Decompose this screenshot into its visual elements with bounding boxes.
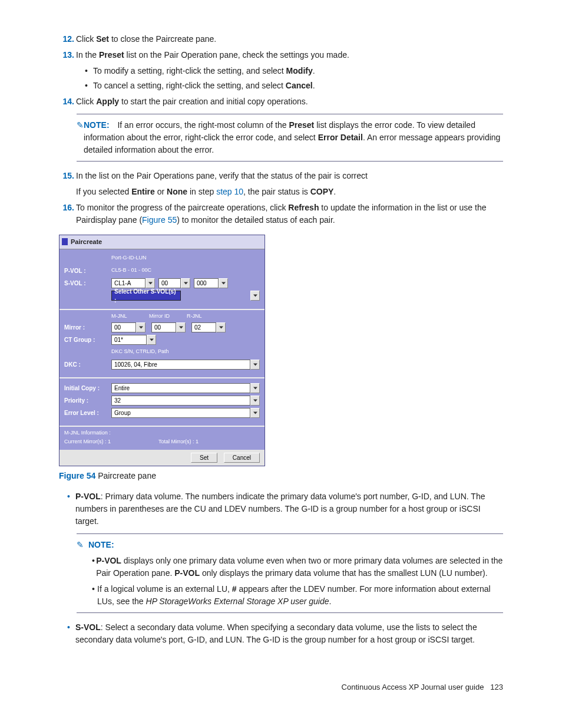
bullet: •	[92, 555, 96, 579]
figure-text: Paircreate pane	[95, 471, 156, 480]
pvol-value: CL5-B - 01 - 00C	[111, 266, 151, 275]
priority-label: Priority :	[64, 396, 111, 405]
bold: Cancel	[286, 81, 313, 90]
priority-select[interactable]: 32	[111, 396, 250, 406]
dropdown-icon[interactable]	[250, 396, 260, 406]
dropdown-icon[interactable]	[250, 360, 260, 370]
t: In the	[76, 50, 99, 60]
mjnl-select[interactable]: 00	[111, 322, 136, 332]
dropdown-icon[interactable]	[250, 408, 260, 418]
bold: Entire	[131, 187, 155, 196]
note-icon: ✎	[77, 119, 84, 156]
dropdown-icon[interactable]	[176, 322, 186, 332]
mirrorid-select[interactable]: 00	[151, 322, 176, 332]
figure-label: Figure 54	[59, 471, 95, 480]
bold: Set	[96, 34, 109, 44]
pvol-label: P-VOL :	[64, 266, 111, 275]
note-icon: ✎	[77, 539, 88, 551]
figure-link[interactable]: Figure 55	[142, 215, 177, 225]
note-divider	[77, 533, 503, 534]
initialcopy-label: Initial Copy :	[64, 384, 111, 393]
bold: Modify	[286, 66, 313, 75]
bold: P-VOL	[75, 492, 101, 501]
mirrorid-head: Mirror ID	[149, 312, 187, 321]
svol-label: S-VOL :	[64, 279, 111, 288]
t: Click	[76, 34, 96, 44]
figure-caption: Figure 54 Paircreate pane	[59, 470, 503, 482]
bold: Error Detail	[318, 133, 363, 142]
ctgroup-label: CT Group :	[64, 335, 111, 344]
note-divider	[77, 161, 503, 162]
sub-13a: To modify a setting, right-click the set…	[93, 65, 315, 77]
mirror-label: Mirror :	[64, 323, 111, 332]
sub-13b: To cancel a setting, right-click the set…	[93, 80, 315, 92]
t: to close the Paircreate pane.	[109, 34, 216, 44]
rjnl-select[interactable]: 02	[191, 322, 216, 332]
rjnl-head: R-JNL	[187, 312, 224, 321]
t: in step	[187, 187, 216, 196]
bold: P-VOL	[96, 556, 121, 565]
page-number: 123	[490, 683, 503, 691]
bold: P-VOL	[174, 568, 200, 578]
cancel-button[interactable]: Cancel	[224, 453, 260, 463]
t: To cancel a setting, right-click the set…	[93, 81, 286, 90]
t: or	[155, 187, 167, 196]
dropdown-icon[interactable]	[147, 335, 156, 345]
bold: Apply	[96, 97, 119, 106]
step-16-text: To monitor the progress of the paircreat…	[76, 202, 503, 226]
dkc-label: DKC :	[64, 360, 111, 369]
errorlevel-label: Error Level :	[64, 409, 111, 417]
initialcopy-select[interactable]: Entire	[111, 383, 250, 393]
dropdown-icon[interactable]	[216, 322, 226, 332]
set-button[interactable]: Set	[191, 453, 217, 463]
dropdown-icon[interactable]	[250, 383, 260, 393]
t: If a logical volume is an external LU,	[97, 584, 232, 594]
step-14-text: Click Apply to start the pair creation a…	[76, 95, 503, 108]
bold: Preset	[289, 120, 314, 130]
italic: HP StorageWorks External Storage XP user…	[146, 597, 329, 606]
note2-a: P-VOL displays only one primary data vol…	[96, 555, 503, 579]
dropdown-icon[interactable]	[136, 322, 146, 332]
mirror-headers: M-JNLMirror IDR-JNL	[111, 312, 260, 321]
select-other-svol[interactable]: Select Other S-VOL(s) :	[111, 291, 181, 301]
dropdown-icon[interactable]	[219, 278, 228, 288]
step-num-16: 16.	[59, 202, 74, 226]
t: , the pair status is	[243, 187, 310, 196]
footer-title: Continuous Access XP Journal user guide	[342, 683, 484, 691]
pvol-desc: P-VOL: Primary data volume. The numbers …	[75, 490, 503, 528]
bold: Preset	[99, 50, 124, 60]
t: If an error occurs, the right-most colum…	[117, 120, 289, 130]
bold: None	[167, 187, 187, 196]
bold: #	[232, 584, 237, 594]
step-link[interactable]: step 10	[216, 187, 243, 196]
bold: COPY	[310, 187, 334, 196]
t: to start the pair creation and initial c…	[119, 97, 308, 106]
pane-titlebar: Paircreate	[59, 235, 265, 249]
t: Click	[76, 97, 96, 106]
title-square-icon	[62, 238, 68, 245]
dkc-select[interactable]: 10026, 04, Fibre	[111, 360, 250, 370]
t: .	[333, 187, 336, 196]
current-mirrors: Current Mirror(s) : 1	[64, 438, 158, 446]
bullet: •	[92, 583, 97, 608]
step-num-15: 15.	[59, 170, 74, 182]
step-15-text: In the list on the Pair Operations pane,…	[76, 170, 503, 182]
t: : Select a secondary data volume. When s…	[75, 622, 477, 644]
errorlevel-select[interactable]: Group	[111, 408, 250, 418]
mjnl-info-label: M-JNL Information :	[64, 429, 260, 437]
paircreate-pane: Paircreate Port-G-ID-LUN P-VOL : CL5-B -…	[59, 235, 265, 466]
pane-title: Paircreate	[71, 237, 102, 247]
ctgroup-select[interactable]: 01*	[111, 335, 147, 345]
t: .	[313, 66, 315, 75]
dropdown-icon[interactable]	[181, 278, 190, 288]
step-num-14: 14.	[59, 95, 74, 108]
step-num-12: 12.	[59, 33, 74, 45]
bold: S-VOL	[75, 622, 101, 632]
svol-lun-select[interactable]: 000	[194, 278, 219, 288]
bullet: •	[85, 80, 93, 92]
note-label: NOTE:	[88, 539, 114, 551]
bullet: •	[67, 490, 75, 528]
t: To monitor the progress of the paircreat…	[76, 203, 288, 212]
t: If you selected	[76, 187, 131, 196]
dropdown-icon[interactable]	[250, 291, 260, 301]
